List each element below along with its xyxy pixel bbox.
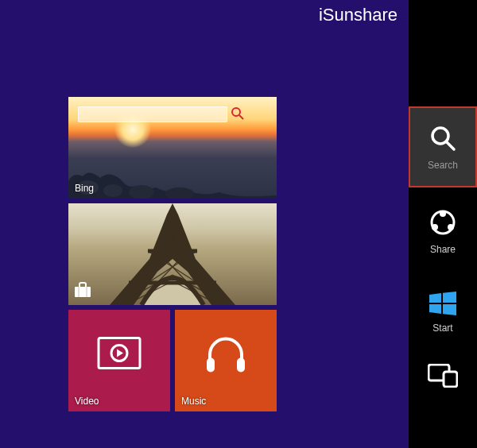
svg-point-30 — [432, 224, 438, 230]
tile-grid: Bing — [68, 97, 277, 411]
svg-point-29 — [440, 210, 446, 217]
svg-rect-24 — [207, 358, 215, 373]
charm-share-label: Share — [430, 244, 456, 255]
charm-devices[interactable] — [409, 353, 477, 400]
charm-start-label: Start — [432, 322, 452, 334]
video-icon — [97, 337, 142, 373]
svg-point-4 — [232, 108, 240, 116]
share-icon — [429, 208, 457, 239]
devices-icon — [428, 364, 458, 390]
svg-marker-34 — [429, 304, 441, 314]
svg-marker-23 — [117, 350, 123, 357]
svg-point-3 — [165, 187, 194, 199]
charms-spacer — [409, 0, 477, 106]
suitcase-icon — [73, 282, 92, 300]
search-icon — [429, 124, 457, 155]
svg-rect-20 — [86, 287, 87, 297]
travel-tile[interactable] — [68, 203, 277, 305]
svg-marker-32 — [429, 293, 441, 303]
charm-start[interactable]: Start — [409, 272, 477, 353]
svg-line-27 — [446, 141, 454, 149]
svg-rect-19 — [78, 287, 80, 297]
username-label: iSunshare — [319, 5, 398, 25]
eiffel-tower-graphic — [68, 203, 277, 305]
tile-row-small: Video Music — [68, 310, 277, 411]
svg-point-1 — [103, 184, 122, 197]
start-screen: iSunshare Bing — [0, 0, 409, 448]
svg-rect-37 — [444, 372, 457, 387]
music-tile-label: Music — [181, 396, 206, 407]
svg-marker-33 — [443, 292, 456, 303]
charms-bar: Search Share Start — [409, 0, 477, 448]
headphones-icon — [202, 331, 250, 378]
bing-tile[interactable]: Bing — [68, 97, 277, 199]
charm-search-label: Search — [428, 160, 458, 171]
bing-search-bar-graphic — [78, 106, 227, 122]
rocks-graphic — [68, 164, 277, 199]
svg-line-5 — [239, 115, 243, 119]
svg-rect-18 — [75, 287, 91, 297]
bing-search-icon — [230, 106, 246, 122]
video-tile-label: Video — [75, 396, 99, 407]
svg-point-31 — [448, 224, 454, 230]
svg-marker-35 — [443, 304, 456, 315]
charm-share[interactable]: Share — [409, 191, 477, 272]
charm-search[interactable]: Search — [409, 106, 477, 187]
bing-tile-label: Bing — [75, 183, 94, 194]
windows-logo-icon — [429, 292, 457, 318]
svg-rect-25 — [237, 358, 245, 373]
music-tile[interactable]: Music — [175, 310, 277, 411]
video-tile[interactable]: Video — [68, 310, 170, 411]
